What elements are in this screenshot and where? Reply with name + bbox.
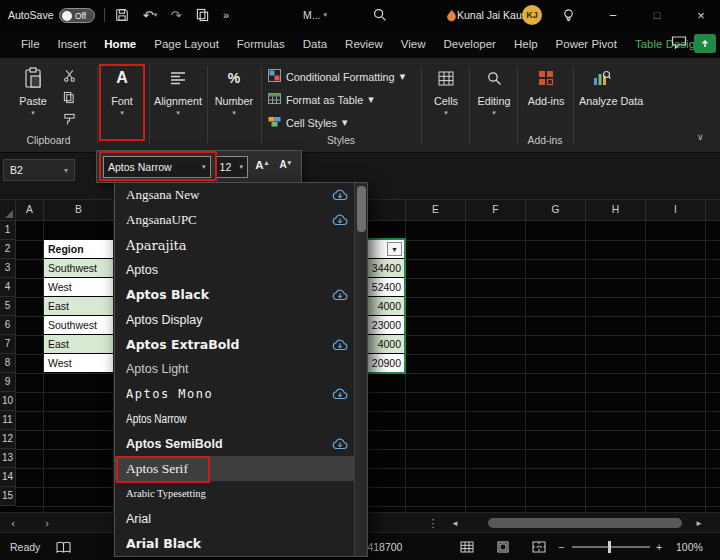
cell-B3[interactable]: Southwest bbox=[44, 259, 113, 277]
row-header-7[interactable]: 7 bbox=[0, 335, 16, 354]
number-group-button[interactable]: % Number ▾ bbox=[213, 64, 255, 117]
grow-font-button[interactable]: A▴ bbox=[252, 156, 272, 178]
autosave-toggle[interactable]: Off bbox=[59, 8, 95, 23]
select-all-corner[interactable] bbox=[0, 200, 16, 221]
redo-icon[interactable]: ↷ bbox=[166, 5, 186, 25]
font-option-aptos-light[interactable]: Aptos Light bbox=[115, 357, 354, 382]
row-header-8[interactable]: 8 bbox=[0, 354, 16, 373]
font-option-aptos-extrabold[interactable]: Aptos ExtraBold bbox=[115, 332, 354, 357]
accessibility-checker-icon[interactable] bbox=[56, 533, 71, 560]
zoom-in-button[interactable]: + bbox=[654, 533, 664, 560]
tab-file[interactable]: File bbox=[12, 30, 49, 58]
font-option-aptos-display[interactable]: Aptos Display bbox=[115, 307, 354, 332]
font-option-aptos[interactable]: Aptos bbox=[115, 258, 354, 283]
row-header-12[interactable]: 12 bbox=[0, 430, 16, 449]
lightbulb-icon[interactable] bbox=[558, 5, 578, 25]
zoom-out-button[interactable]: − bbox=[556, 533, 566, 560]
normal-view-icon[interactable] bbox=[460, 533, 474, 560]
zoom-slider-thumb[interactable] bbox=[608, 541, 611, 553]
tab-developer[interactable]: Developer bbox=[435, 30, 505, 58]
tab-page-layout[interactable]: Page Layout bbox=[145, 30, 228, 58]
font-option-aptos-mono[interactable]: Aptos Mono bbox=[115, 382, 354, 407]
ribbon-collapse-chevron-icon[interactable]: ∨ bbox=[697, 132, 704, 142]
close-button[interactable]: × bbox=[684, 0, 718, 30]
cell-B7[interactable]: East bbox=[44, 335, 113, 353]
hscroll-left-arrow[interactable]: ◄ bbox=[448, 513, 462, 533]
sheet-tab-left-arrow[interactable]: ‹ bbox=[4, 513, 22, 533]
conditional-formatting-button[interactable]: Conditional Formatting ▾ bbox=[268, 66, 405, 87]
font-option-angsanaupc[interactable]: AngsanaUPC bbox=[115, 208, 354, 233]
name-box[interactable]: B2 ▾ bbox=[3, 159, 75, 181]
font-list-scrollbar[interactable] bbox=[354, 183, 367, 556]
hscroll-thumb[interactable] bbox=[488, 518, 682, 528]
row-header-13[interactable]: 13 bbox=[0, 449, 16, 468]
font-option-arial[interactable]: Arial bbox=[115, 506, 354, 531]
column-header-E[interactable]: E bbox=[406, 200, 466, 221]
column-header-A[interactable]: A bbox=[16, 200, 44, 221]
font-option-aptos-black[interactable]: Aptos Black bbox=[115, 282, 354, 307]
row-header-10[interactable]: 10 bbox=[0, 392, 16, 411]
font-option-aptos-semibold[interactable]: Aptos SemiBold bbox=[115, 432, 354, 457]
analyze-data-button[interactable]: Analyze Data bbox=[578, 64, 626, 107]
sheet-tab-right-arrow[interactable]: › bbox=[38, 513, 56, 533]
row-header-4[interactable]: 4 bbox=[0, 278, 16, 297]
tab-review[interactable]: Review bbox=[336, 30, 392, 58]
cells-group-button[interactable]: Cells ▾ bbox=[427, 64, 465, 117]
column-header-partial[interactable] bbox=[706, 200, 720, 221]
shrink-font-button[interactable]: A▾ bbox=[276, 156, 296, 178]
column-header-I[interactable]: I bbox=[646, 200, 706, 221]
column-header-G[interactable]: G bbox=[526, 200, 586, 221]
font-name-combo[interactable]: Aptos Narrow ▾ bbox=[103, 156, 211, 178]
comments-icon[interactable] bbox=[671, 35, 687, 52]
tab-home[interactable]: Home bbox=[95, 30, 145, 58]
scrollbar-thumb[interactable] bbox=[357, 186, 366, 232]
save-icon[interactable] bbox=[112, 5, 132, 25]
cell-B5[interactable]: East bbox=[44, 297, 113, 315]
row-header-15[interactable]: 15 bbox=[0, 487, 16, 506]
undo-icon[interactable]: ↶▾ bbox=[138, 5, 162, 25]
zoom-slider-track[interactable] bbox=[572, 546, 650, 548]
copy-small-icon[interactable] bbox=[58, 88, 80, 106]
page-break-view-icon[interactable] bbox=[532, 533, 546, 560]
font-option-aptos-serif[interactable]: Aptos Serif bbox=[115, 456, 354, 481]
font-group-button[interactable]: A Font ▾ bbox=[103, 64, 141, 117]
scrollbar-splitter-icon[interactable]: ⋮ bbox=[426, 513, 440, 533]
minimize-button[interactable]: − bbox=[596, 0, 630, 30]
page-layout-view-icon[interactable] bbox=[496, 533, 510, 560]
format-painter-icon[interactable] bbox=[58, 110, 80, 128]
avatar[interactable]: KJ bbox=[522, 5, 542, 25]
maximize-button[interactable]: □ bbox=[640, 0, 674, 30]
row-header-14[interactable]: 14 bbox=[0, 468, 16, 487]
search-icon[interactable] bbox=[370, 5, 390, 25]
row-header-11[interactable]: 11 bbox=[0, 411, 16, 430]
zoom-level[interactable]: 100% bbox=[676, 533, 703, 560]
font-option-aparajita[interactable]: Aparajita bbox=[115, 233, 354, 258]
tab-formulas[interactable]: Formulas bbox=[228, 30, 294, 58]
tab-insert[interactable]: Insert bbox=[49, 30, 96, 58]
column-header-F[interactable]: F bbox=[466, 200, 526, 221]
quick-access-overflow-icon[interactable]: » bbox=[216, 5, 236, 25]
row-header-3[interactable]: 3 bbox=[0, 259, 16, 278]
column-header-H[interactable]: H bbox=[586, 200, 646, 221]
row-header-9[interactable]: 9 bbox=[0, 373, 16, 392]
addins-button[interactable]: Add-ins bbox=[523, 64, 569, 107]
font-option-angsana-new[interactable]: Angsana New bbox=[115, 183, 354, 208]
tab-help[interactable]: Help bbox=[505, 30, 547, 58]
font-option-aptos-narrow[interactable]: Aptos Narrow bbox=[115, 407, 354, 432]
workbook-title[interactable]: M... ▾ bbox=[296, 5, 334, 25]
copy-icon[interactable] bbox=[192, 5, 212, 25]
cell-B2[interactable]: Region bbox=[44, 240, 113, 258]
tab-power-pivot[interactable]: Power Pivot bbox=[547, 30, 626, 58]
filter-dropdown-button[interactable]: ▼ bbox=[387, 242, 402, 256]
alignment-group-button[interactable]: Alignment ▾ bbox=[153, 64, 203, 117]
hscroll-right-arrow[interactable]: ► bbox=[692, 513, 706, 533]
column-header-B[interactable]: B bbox=[44, 200, 114, 221]
font-option-arial-black[interactable]: Arial Black bbox=[115, 531, 354, 556]
row-header-2[interactable]: 2 bbox=[0, 240, 16, 259]
font-size-combo[interactable]: 12 ▾ bbox=[215, 156, 248, 178]
cell-B4[interactable]: West bbox=[44, 278, 113, 296]
share-button[interactable] bbox=[694, 34, 716, 53]
row-header-1[interactable]: 1 bbox=[0, 221, 16, 240]
paste-button[interactable]: Paste ▾ bbox=[14, 64, 52, 117]
tab-view[interactable]: View bbox=[392, 30, 435, 58]
